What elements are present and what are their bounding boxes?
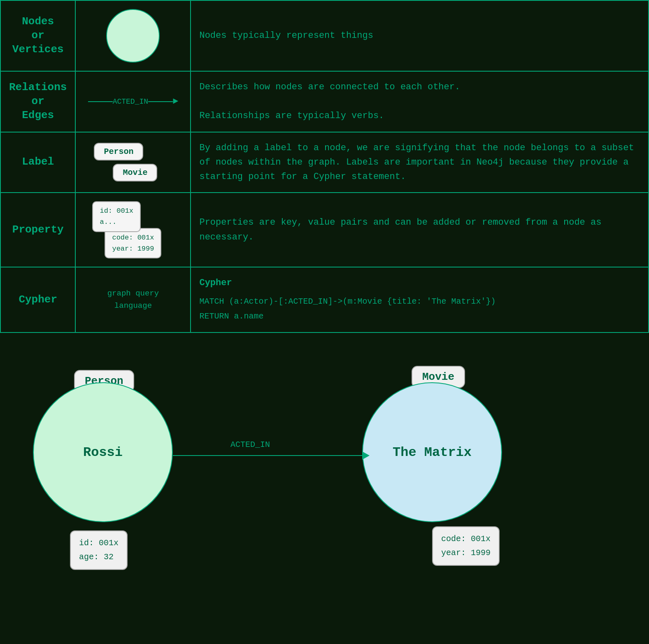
diagram-edge-arrow: ACTED_IN [173, 451, 370, 460]
property-label: Property [0, 193, 75, 267]
label-badges: Person Movie [84, 141, 182, 183]
edge-line-right [148, 101, 173, 102]
diagram-arrowhead [362, 451, 370, 460]
cypher-description: Cypher MATCH (a:Actor)-[:ACTED_IN]->(m:M… [191, 267, 649, 332]
diagram-person-node: Rossi [33, 382, 173, 522]
edge-arrow-label: ACTED_IN [113, 98, 148, 106]
nodes-description: Nodes typically represent things [191, 0, 649, 71]
cypher-code: MATCH (a:Actor)-[:ACTED_IN]->(m:Movie {t… [199, 294, 640, 324]
diagram-edge-label: ACTED_IN [230, 440, 270, 449]
edge-arrow-visual: ACTED_IN ► [84, 96, 182, 107]
property-boxes: id: 001x a... code: 001x year: 1999 [84, 201, 182, 258]
label-label: Label [0, 132, 75, 193]
graph-diagram: Person Rossi Movie The Matrix ACTED_IN i… [0, 349, 649, 644]
table-row-cypher: Cypher graph query language Cypher MATCH… [0, 267, 649, 332]
node-circle-visual [106, 9, 160, 63]
edge-arrowhead: ► [173, 96, 178, 107]
concept-table: Nodes or Vertices Nodes typically repres… [0, 0, 649, 333]
diagram-movie-property: code: 001x year: 1999 [432, 526, 500, 566]
table-row-nodes: Nodes or Vertices Nodes typically repres… [0, 0, 649, 71]
table-row-label: Label Person Movie By adding a label to … [0, 132, 649, 193]
relations-label: Relations or Edges [0, 71, 75, 132]
nodes-visual [75, 0, 191, 71]
relations-description: Describes how nodes are connected to eac… [191, 71, 649, 132]
relations-visual: ACTED_IN ► [75, 71, 191, 132]
person-badge: Person [94, 143, 143, 160]
cypher-desc-title: Cypher [199, 276, 640, 290]
cypher-visual: graph query language [75, 267, 191, 332]
edge-line-left [88, 101, 113, 102]
property-description: Properties are key, value pairs and can … [191, 193, 649, 267]
property-visual: id: 001x a... code: 001x year: 1999 [75, 193, 191, 267]
label-visual: Person Movie [75, 132, 191, 193]
cypher-visual-text: graph query language [84, 287, 182, 312]
table-row-property: Property id: 001x a... code: 001x year: … [0, 193, 649, 267]
table-row-relations: Relations or Edges ACTED_IN ► Describes … [0, 71, 649, 132]
property-box-1: id: 001x a... [92, 201, 141, 232]
movie-badge: Movie [113, 164, 157, 181]
diagram-arrow-line [173, 455, 362, 456]
cypher-label: Cypher [0, 267, 75, 332]
diagram-movie-node: The Matrix [362, 382, 502, 522]
nodes-label: Nodes or Vertices [0, 0, 75, 71]
label-description: By adding a label to a node, we are sign… [191, 132, 649, 193]
diagram-person-property: id: 001x age: 32 [70, 530, 128, 570]
property-box-2: code: 001x year: 1999 [105, 228, 161, 258]
